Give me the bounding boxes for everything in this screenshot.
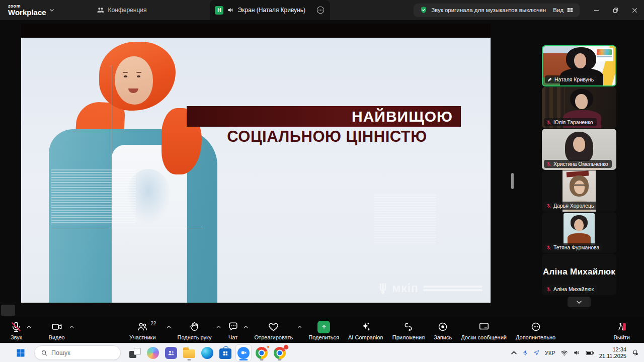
task-view-icon — [129, 348, 141, 358]
ministry-logo: мкіп — [378, 282, 482, 295]
taskbar-app-file-explorer[interactable] — [182, 345, 197, 361]
date: 21.11.2025 — [599, 353, 626, 359]
mic-in-use-icon[interactable] — [522, 349, 528, 356]
participant-name-label: Христина Омельченко — [544, 160, 612, 168]
zoom-app-icon — [237, 347, 250, 359]
whiteboards-button[interactable]: Доски сообщений — [457, 319, 510, 340]
system-tray: УКР 12:34 21.11.2025 — [511, 346, 641, 359]
wifi-icon[interactable] — [560, 350, 568, 356]
sparkle-icon — [360, 321, 372, 333]
ministry-logo-text: мкіп — [392, 282, 419, 295]
video-letterbox — [21, 24, 491, 38]
notification-bell-icon[interactable] — [631, 349, 639, 356]
panel-scrollbar[interactable] — [511, 173, 514, 189]
grid-view-icon — [567, 7, 574, 14]
taskbar-app-microsoft-store[interactable] — [218, 345, 233, 361]
slide-headline-line1: НАЙВИЩОЮ — [352, 108, 453, 125]
participant-tile[interactable]: Дарья Хоролець — [542, 170, 616, 212]
tab-meeting[interactable]: Конференция — [90, 0, 154, 20]
close-button[interactable] — [625, 0, 644, 20]
video-camera-icon — [51, 321, 63, 333]
tray-expand-chevron[interactable] — [511, 350, 517, 355]
screen-share-initial-badge: Н — [215, 6, 223, 15]
zoom-meeting-window: zoom Workplace Конференция Н Экран (Ната… — [0, 0, 644, 362]
avatar — [564, 213, 595, 245]
apps-icon — [403, 321, 414, 333]
taskbar-app-teams[interactable] — [164, 345, 179, 361]
crosshair-line-horizontal — [52, 229, 203, 229]
taskbar-app-chrome-profile-2[interactable] — [272, 345, 287, 361]
zoom-workplace-menu[interactable]: zoom Workplace — [0, 4, 59, 17]
taskbar-app-task-view[interactable] — [127, 345, 142, 361]
search-icon — [41, 349, 48, 356]
share-screen-button[interactable]: Поделиться — [305, 319, 343, 340]
start-button[interactable] — [12, 345, 29, 361]
chat-options-chevron[interactable] — [243, 324, 249, 329]
tab-more-options-icon[interactable] — [316, 6, 325, 15]
record-button[interactable]: Запись — [430, 319, 455, 340]
slide-content: НАЙВИЩОЮ СОЦІАЛЬНОЮ ЦІННІСТЮ мкіп — [21, 38, 491, 303]
heart-icon — [268, 321, 279, 333]
titlebar: zoom Workplace Конференция Н Экран (Ната… — [0, 0, 644, 20]
mic-muted-icon — [546, 203, 551, 209]
volume-icon[interactable] — [573, 349, 581, 356]
tab-screen-share[interactable]: Н Экран (Наталя Кривунь) — [210, 0, 330, 20]
original-sound-banner: Звук оригинала для музыкантов выключен В… — [414, 4, 580, 17]
leave-button[interactable]: Выйти — [610, 319, 637, 340]
taskbar-app-chrome-profile-1[interactable] — [254, 345, 269, 361]
shield-check-icon — [420, 6, 428, 14]
participant-tile[interactable]: Наталя Кривунь — [542, 45, 616, 86]
participants-options-chevron[interactable] — [166, 324, 172, 329]
language-indicator[interactable]: УКР — [545, 350, 555, 356]
ministry-logo-caption — [423, 284, 482, 293]
meeting-stage: НАЙВИЩОЮ СОЦІАЛЬНОЮ ЦІННІСТЮ мкіп — [0, 20, 644, 317]
participant-display-name: Аліна Михайлюк — [542, 267, 616, 277]
faint-text-block-left — [51, 169, 136, 224]
background-logo — [595, 48, 613, 61]
video-options-chevron[interactable] — [68, 324, 75, 329]
participant-name-label: Дарья Хоролець — [544, 202, 598, 210]
restore-button[interactable] — [606, 0, 625, 20]
participants-button[interactable]: 22 Участники — [126, 319, 159, 340]
record-icon — [437, 321, 448, 333]
file-explorer-icon — [183, 349, 195, 358]
participant-name-label: Наталя Кривунь — [545, 75, 597, 83]
more-button[interactable]: Дополнительно — [512, 319, 559, 340]
battery-icon[interactable] — [586, 350, 594, 356]
taskbar-app-zoom[interactable] — [236, 345, 251, 361]
taskbar-app-edge[interactable] — [200, 345, 215, 361]
view-button-label: Вид — [553, 7, 564, 13]
mic-muted-icon — [11, 321, 22, 333]
chat-button[interactable]: Чат — [224, 319, 243, 340]
taskbar-search[interactable] — [34, 345, 121, 360]
taskbar-clock[interactable]: 12:34 21.11.2025 — [599, 346, 626, 359]
view-button[interactable]: Вид — [553, 7, 574, 14]
audio-options-chevron[interactable] — [26, 324, 32, 329]
chat-bubble-icon — [227, 321, 239, 333]
participant-tile[interactable]: Юлія Тараненко — [542, 87, 616, 128]
search-input[interactable] — [51, 349, 107, 356]
apps-button[interactable]: Приложения — [389, 319, 428, 340]
ai-companion-button[interactable]: AI Companion — [345, 319, 387, 340]
chrome-profile-badge — [265, 344, 271, 350]
raise-hand-options-chevron[interactable] — [215, 324, 222, 329]
participant-tile[interactable]: Аліна Михайлюк Аліна Михайлюк — [542, 254, 616, 295]
chrome-notification-badge — [283, 344, 289, 350]
crosshair-line-vertical — [112, 65, 112, 242]
react-options-chevron[interactable] — [296, 324, 303, 329]
participant-tile[interactable]: Христина Омельченко — [542, 129, 616, 170]
collapse-panel-button[interactable] — [568, 297, 591, 307]
minimize-button[interactable] — [587, 0, 606, 20]
raise-hand-button[interactable]: Поднять руку — [174, 319, 215, 340]
video-button[interactable]: Видео — [45, 319, 68, 340]
participant-tile[interactable]: Тетяна Фурманова — [542, 212, 616, 253]
taskbar-app-copilot[interactable] — [145, 345, 160, 361]
slide-headline-banner: НАЙВИЩОЮ — [187, 106, 461, 127]
meeting-toolbar: Звук Видео 22 — [0, 317, 644, 343]
mic-muted-icon — [546, 287, 551, 292]
participant-name-label: Тетяна Фурманова — [544, 243, 603, 251]
react-button[interactable]: Отреагировать — [251, 319, 297, 340]
workplace-label: Workplace — [8, 9, 46, 17]
location-in-use-icon[interactable] — [533, 349, 540, 356]
audio-button[interactable]: Звук — [7, 319, 26, 340]
